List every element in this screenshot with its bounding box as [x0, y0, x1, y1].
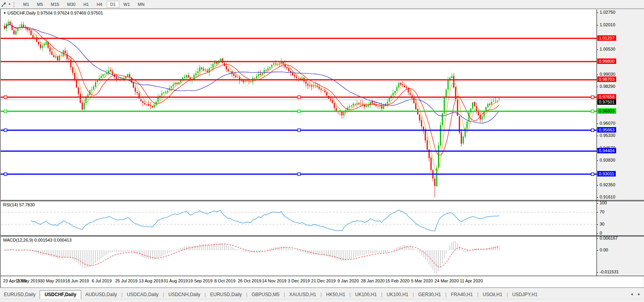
- chart-ohlc-values: 0.97504 0.97624 0.97469 0.97501: [37, 11, 103, 15]
- rsi-indicator-pane[interactable]: RSI(14) 57.7830: [1, 201, 597, 235]
- chart-tab-usdjpy-h1[interactable]: USDJPY,H1: [508, 291, 541, 299]
- timeframe-button-m5[interactable]: M5: [33, 1, 46, 8]
- price-line-label: 0.96803: [597, 108, 616, 114]
- date-axis[interactable]: 23 Apr 201911 May 201930 May 201918 Jun …: [1, 276, 643, 287]
- date-tick-label: 13 Aug 2019: [139, 278, 163, 283]
- price-tick-label: 0.98290: [600, 84, 615, 89]
- line-handle[interactable]: [298, 96, 301, 98]
- date-tick-label: 11 May 2019: [15, 278, 40, 283]
- price-line-label: 0.93011: [597, 171, 616, 176]
- price-tick-label: -0.011531: [600, 269, 619, 274]
- date-tick-label: 5 Mar 2020: [411, 278, 433, 283]
- price-tick-label: 100: [600, 200, 607, 205]
- chart-tab-usoil-h1[interactable]: USOil,H1: [479, 291, 506, 299]
- chart-title: ▼ USDCHF,Daily 0.97504 0.97624 0.97469 0…: [3, 11, 103, 15]
- price-tick-label: 0.93830: [600, 158, 615, 162]
- date-tick-label: 21 Dec 2019: [311, 278, 336, 283]
- timeframe-button-m15[interactable]: M15: [47, 1, 63, 8]
- date-tick-label: 9 Jan 2020: [338, 278, 359, 283]
- price-line-label: 0.99800: [597, 58, 616, 64]
- line-handle[interactable]: [4, 110, 7, 113]
- moving-average-34: [5, 25, 500, 123]
- macd-chart[interactable]: [1, 237, 597, 276]
- chart-tab-xauusd-h1[interactable]: XAUUSD,H1: [285, 291, 320, 299]
- timeframe-button-h4[interactable]: H4: [93, 1, 106, 8]
- candlestick-chart[interactable]: [1, 9, 597, 200]
- timeframe-button-m30[interactable]: M30: [64, 1, 79, 8]
- rsi-chart[interactable]: [1, 201, 597, 235]
- moving-average-5: [5, 25, 500, 172]
- axis-tick-mark: [597, 238, 598, 239]
- date-tick-label: 11 Apr 2020: [460, 278, 483, 283]
- chart-tab-uk100-h1[interactable]: UK100,H1: [351, 291, 381, 299]
- macd-indicator-pane[interactable]: MACD(12,26,9) 0.001543 0.000413: [1, 237, 597, 276]
- line-handle[interactable]: [591, 110, 594, 113]
- price-tick-label: 1.02010: [600, 22, 615, 27]
- line-handle[interactable]: [591, 96, 594, 98]
- axis-tick-mark: [597, 197, 598, 198]
- price-tick-label: 70: [600, 209, 604, 214]
- price-axis[interactable]: 1.027501.020101.005300.990300.982900.960…: [597, 9, 644, 276]
- axis-tick-mark: [597, 224, 598, 225]
- line-handle[interactable]: [591, 173, 594, 176]
- timeframe-button-mn[interactable]: MN: [134, 1, 148, 8]
- price-line-label: 0.95663: [597, 127, 616, 133]
- chart-window-top-border: [0, 9, 644, 9]
- status-bar: [0, 299, 644, 302]
- line-handle[interactable]: [298, 129, 301, 131]
- timeframe-button-h1[interactable]: H1: [80, 1, 92, 8]
- date-tick-label: 30 May 2019: [40, 278, 65, 283]
- timeframe-button-w1[interactable]: W1: [120, 1, 134, 8]
- line-handle[interactable]: [4, 173, 7, 176]
- axis-tick-mark: [597, 233, 598, 234]
- chart-tab-gbpusd-m5[interactable]: GBPUSD,M5: [248, 291, 283, 299]
- chart-symbol-label: USDCHF,Daily: [7, 11, 36, 15]
- chart-tab-hk50-h1[interactable]: HK50,H1: [322, 291, 349, 299]
- chart-tab-fra40-h1[interactable]: FRA40,H1: [447, 291, 477, 299]
- date-tick-label: 6 Jul 2019: [92, 278, 112, 283]
- date-tick-label: 18 Jun 2019: [65, 278, 89, 283]
- chart-tab-uk100-h1[interactable]: UK100,H1: [383, 291, 412, 299]
- tab-scroll-left-icon[interactable]: ◄: [630, 292, 633, 296]
- chart-tab-usdcnh-daily[interactable]: USDCNH,Daily: [164, 291, 204, 299]
- price-tick-label: 30: [600, 222, 604, 226]
- price-tick-label: 0.91610: [600, 195, 615, 199]
- axis-tick-mark: [597, 49, 598, 50]
- line-handle[interactable]: [298, 110, 301, 113]
- date-tick-label: 26 Oct 2019: [238, 278, 261, 283]
- chart-tab-usdcad-daily[interactable]: USDCAD,Daily: [123, 291, 162, 299]
- chart-tabs: EURUSD,DailyUSDCHF,DailyAUDUSD,Daily|USD…: [0, 290, 542, 299]
- price-tick-label: 1.02750: [600, 10, 615, 15]
- chart-tab-audusd-daily[interactable]: AUDUSD,Daily: [81, 291, 121, 299]
- line-handle[interactable]: [591, 129, 594, 131]
- timeframe-button-d1[interactable]: D1: [107, 1, 119, 8]
- chart-tab-eurusd-daily[interactable]: EURUSD,Daily: [0, 291, 40, 299]
- chart-tab-ger30-h1[interactable]: GER30,H1: [414, 291, 445, 299]
- price-chart-pane[interactable]: ▼ USDCHF,Daily 0.97504 0.97624 0.97469 0…: [1, 9, 597, 200]
- toolbar-grip[interactable]: [13, 2, 16, 7]
- collapse-arrow-icon[interactable]: ▼: [3, 11, 6, 15]
- date-tick-label: 31 Aug 2019: [164, 278, 188, 283]
- date-tick-label: 8 Oct 2019: [214, 278, 235, 283]
- price-tick-label: 0.95330: [600, 133, 615, 138]
- chart-tab-usdchf-daily[interactable]: USDCHF,Daily: [40, 290, 82, 299]
- axis-tick-mark: [597, 272, 598, 273]
- axis-tick-mark: [597, 13, 598, 13]
- axis-tick-mark: [597, 203, 598, 204]
- timeframe-button-m1[interactable]: M1: [20, 1, 33, 8]
- timeframe-buttons: M1M5M15M30H1H4D1W1MN: [19, 1, 148, 8]
- chart-tab-eurusd-daily[interactable]: EURUSD,Daily: [206, 291, 246, 299]
- line-handle[interactable]: [4, 129, 7, 131]
- timeframe-toolbar: ▾ M1M5M15M30H1H4D1W1MN: [0, 0, 644, 9]
- axis-tick-mark: [597, 124, 598, 124]
- line-handle[interactable]: [298, 173, 301, 176]
- date-tick-label: 25 Jul 2019: [115, 278, 137, 283]
- drawing-tool-icon[interactable]: [1, 1, 8, 7]
- price-tick-label: 0.92350: [600, 182, 615, 187]
- price-line-label: 0.94404: [597, 148, 616, 153]
- date-tick-label: 14 Nov 2019: [262, 278, 286, 283]
- line-handle[interactable]: [4, 96, 7, 98]
- tab-scroll-right-icon[interactable]: ►: [637, 292, 641, 296]
- chevron-down-icon[interactable]: ▾: [9, 2, 10, 6]
- price-line-label: 0.97658: [597, 94, 616, 100]
